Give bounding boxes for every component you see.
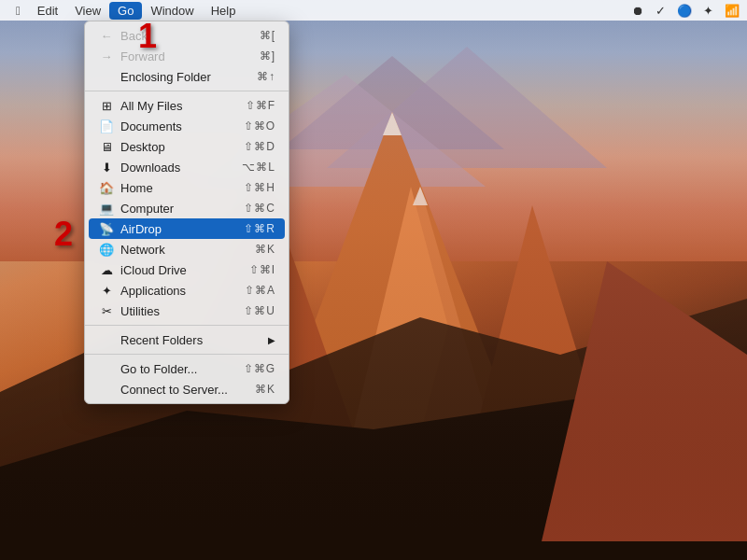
downloads-icon: ⬇ (98, 160, 115, 175)
computer-icon: 💻 (98, 201, 115, 216)
menubar-view[interactable]: View (66, 2, 109, 20)
menu-item-go-to-folder[interactable]: Go to Folder... ⇧⌘G (85, 358, 289, 379)
enclosing-shortcut: ⌘↑ (257, 70, 275, 83)
documents-label: Documents (120, 119, 182, 133)
separator-3 (85, 354, 289, 355)
menu-item-airdrop[interactable]: 📡 AirDrop ⇧⌘R (89, 218, 285, 239)
recent-folders-arrow: ▶ (268, 335, 275, 345)
all-files-shortcut: ⇧⌘F (246, 99, 275, 112)
connect-server-label: Connect to Server... (120, 383, 228, 397)
network-shortcut: ⌘K (255, 243, 275, 256)
icloud-label: iCloud Drive (120, 263, 187, 277)
menu-item-applications[interactable]: ✦ Applications ⇧⌘A (85, 280, 289, 301)
menu-item-back[interactable]: ← Back ⌘[ (85, 25, 289, 46)
separator-2 (85, 325, 289, 326)
utilities-shortcut: ⇧⌘U (244, 304, 275, 317)
network-icon: 🌐 (98, 242, 115, 257)
menubar-right-icons: ⏺ ✓ 🔵 ✦ 📶 (632, 4, 740, 18)
airdrop-icon: 📡 (98, 221, 115, 236)
recent-folders-label: Recent Folders (120, 333, 203, 347)
menu-item-desktop[interactable]: 🖥 Desktop ⇧⌘D (85, 136, 289, 157)
menu-item-network[interactable]: 🌐 Network ⌘K (85, 239, 289, 259)
downloads-label: Downloads (120, 161, 180, 175)
menubar-window[interactable]: Window (142, 2, 202, 20)
menu-item-enclosing-folder[interactable]: Enclosing Folder ⌘↑ (85, 66, 289, 87)
menu-item-icloud[interactable]: ☁ iCloud Drive ⇧⌘I (85, 259, 289, 280)
back-icon: ← (98, 28, 115, 43)
menubar:  Edit View Go Window Help ⏺ ✓ 🔵 ✦ 📶 (0, 0, 747, 21)
utilities-icon: ✂ (98, 303, 115, 318)
icloud-icon: ☁ (98, 262, 115, 277)
connect-server-icon (98, 382, 115, 397)
go-menu-dropdown: ← Back ⌘[ → Forward ⌘] Enclosing Folder … (84, 21, 289, 404)
all-my-files-label: All My Files (120, 99, 182, 113)
forward-icon: → (98, 49, 115, 63)
recent-folders-icon (98, 332, 115, 347)
computer-label: Computer (120, 202, 174, 216)
menubar-go[interactable]: Go (109, 2, 142, 20)
applications-shortcut: ⇧⌘A (245, 284, 275, 297)
menubar-help[interactable]: Help (203, 2, 245, 20)
connect-server-shortcut: ⌘K (255, 383, 275, 396)
applications-label: Applications (120, 284, 186, 298)
back-shortcut: ⌘[ (260, 29, 275, 42)
menu-item-connect-server[interactable]: Connect to Server... ⌘K (85, 379, 289, 399)
all-files-icon: ⊞ (98, 98, 115, 113)
record-icon: ⏺ (632, 4, 644, 18)
go-to-folder-icon (98, 361, 115, 376)
menubar-apple[interactable]:  (7, 2, 29, 20)
bluetooth-icon: ✦ (703, 4, 713, 18)
airdrop-shortcut: ⇧⌘R (244, 222, 275, 235)
wifi-icon: 📶 (725, 4, 740, 18)
go-to-folder-label: Go to Folder... (120, 362, 197, 376)
desktop-icon: 🖥 (98, 139, 115, 154)
menu-item-forward[interactable]: → Forward ⌘] (85, 46, 289, 66)
desktop-label: Desktop (120, 140, 165, 154)
downloads-shortcut: ⌥⌘L (242, 161, 275, 174)
separator-1 (85, 91, 289, 91)
icloud-shortcut: ⇧⌘I (249, 263, 275, 276)
computer-shortcut: ⇧⌘C (244, 202, 275, 215)
check-icon: ✓ (655, 4, 666, 18)
documents-shortcut: ⇧⌘O (244, 119, 275, 133)
back-label: Back (120, 29, 148, 43)
app-icon: 🔵 (677, 4, 692, 18)
menu-item-downloads[interactable]: ⬇ Downloads ⌥⌘L (85, 157, 289, 177)
airdrop-label: AirDrop (120, 222, 162, 236)
menu-item-recent-folders[interactable]: Recent Folders ▶ (85, 329, 289, 350)
forward-shortcut: ⌘] (260, 49, 275, 63)
enclosing-icon (98, 69, 115, 84)
menu-item-computer[interactable]: 💻 Computer ⇧⌘C (85, 198, 289, 218)
home-shortcut: ⇧⌘H (244, 181, 275, 194)
documents-icon: 📄 (98, 119, 115, 133)
enclosing-label: Enclosing Folder (120, 70, 211, 84)
applications-icon: ✦ (98, 283, 115, 298)
menu-item-all-my-files[interactable]: ⊞ All My Files ⇧⌘F (85, 95, 289, 116)
utilities-label: Utilities (120, 304, 160, 318)
go-to-folder-shortcut: ⇧⌘G (244, 362, 275, 375)
menu-item-utilities[interactable]: ✂ Utilities ⇧⌘U (85, 301, 289, 321)
forward-label: Forward (120, 49, 165, 63)
home-label: Home (120, 181, 153, 195)
menubar-edit[interactable]: Edit (29, 2, 66, 20)
desktop-shortcut: ⇧⌘D (244, 140, 275, 153)
menu-item-home[interactable]: 🏠 Home ⇧⌘H (85, 177, 289, 198)
menu-item-documents[interactable]: 📄 Documents ⇧⌘O (85, 116, 289, 136)
network-label: Network (120, 243, 165, 257)
home-icon: 🏠 (98, 180, 115, 195)
